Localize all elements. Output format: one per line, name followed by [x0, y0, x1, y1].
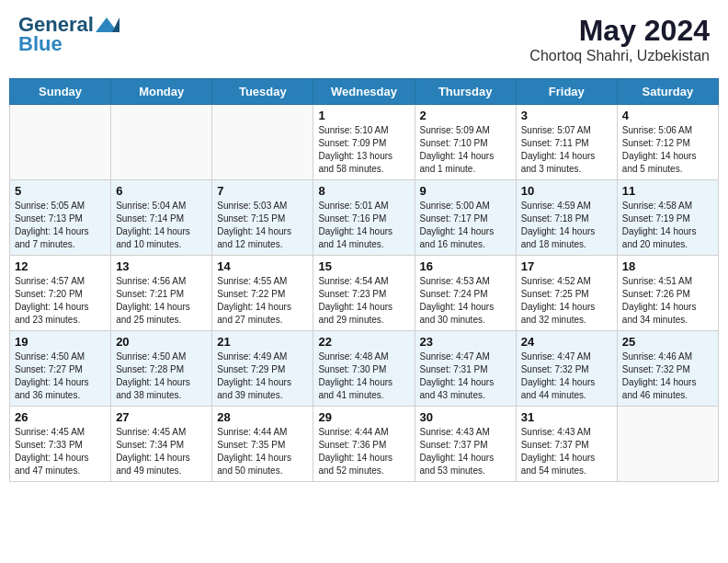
week-row-5: 26Sunrise: 4:45 AM Sunset: 7:33 PM Dayli…	[10, 407, 719, 482]
week-row-2: 5Sunrise: 5:05 AM Sunset: 7:13 PM Daylig…	[10, 180, 719, 256]
day-info: Sunrise: 4:58 AM Sunset: 7:19 PM Dayligh…	[622, 200, 713, 251]
calendar-cell: 29Sunrise: 4:44 AM Sunset: 7:36 PM Dayli…	[313, 407, 415, 482]
calendar-cell: 30Sunrise: 4:43 AM Sunset: 7:37 PM Dayli…	[415, 407, 516, 482]
weekday-header-friday: Friday	[516, 79, 617, 105]
day-info: Sunrise: 4:44 AM Sunset: 7:36 PM Dayligh…	[318, 426, 409, 477]
calendar-cell: 23Sunrise: 4:47 AM Sunset: 7:31 PM Dayli…	[415, 331, 516, 407]
day-info: Sunrise: 5:00 AM Sunset: 7:17 PM Dayligh…	[420, 200, 511, 251]
calendar-cell	[617, 407, 718, 482]
day-number: 28	[217, 410, 308, 424]
day-number: 9	[420, 184, 511, 198]
day-info: Sunrise: 4:50 AM Sunset: 7:27 PM Dayligh…	[15, 350, 106, 402]
day-info: Sunrise: 5:07 AM Sunset: 7:11 PM Dayligh…	[521, 124, 612, 176]
day-info: Sunrise: 4:43 AM Sunset: 7:37 PM Dayligh…	[420, 426, 511, 477]
calendar-cell: 9Sunrise: 5:00 AM Sunset: 7:17 PM Daylig…	[415, 180, 516, 256]
weekday-header-tuesday: Tuesday	[212, 79, 313, 105]
day-info: Sunrise: 4:59 AM Sunset: 7:18 PM Dayligh…	[521, 200, 612, 251]
page-header: General Blue May 2024 Chortoq Shahri, Uz…	[9, 9, 719, 69]
calendar-cell	[111, 105, 212, 180]
weekday-header-thursday: Thursday	[415, 79, 516, 105]
calendar-cell: 11Sunrise: 4:58 AM Sunset: 7:19 PM Dayli…	[617, 180, 718, 256]
day-number: 18	[622, 259, 713, 273]
day-number: 16	[420, 259, 511, 273]
day-number: 23	[420, 335, 511, 349]
day-info: Sunrise: 4:45 AM Sunset: 7:33 PM Dayligh…	[15, 426, 106, 477]
weekday-header-saturday: Saturday	[617, 79, 718, 105]
day-number: 11	[622, 184, 713, 198]
calendar-cell	[212, 105, 313, 180]
calendar-cell: 1Sunrise: 5:10 AM Sunset: 7:09 PM Daylig…	[313, 105, 415, 180]
calendar-cell: 25Sunrise: 4:46 AM Sunset: 7:32 PM Dayli…	[617, 331, 718, 407]
day-number: 27	[116, 410, 207, 424]
day-info: Sunrise: 4:54 AM Sunset: 7:23 PM Dayligh…	[318, 275, 409, 327]
day-info: Sunrise: 5:09 AM Sunset: 7:10 PM Dayligh…	[420, 124, 511, 176]
day-info: Sunrise: 4:52 AM Sunset: 7:25 PM Dayligh…	[521, 275, 612, 327]
calendar-cell: 12Sunrise: 4:57 AM Sunset: 7:20 PM Dayli…	[10, 256, 111, 331]
calendar-cell: 15Sunrise: 4:54 AM Sunset: 7:23 PM Dayli…	[313, 256, 415, 331]
day-info: Sunrise: 4:47 AM Sunset: 7:32 PM Dayligh…	[521, 350, 612, 402]
day-number: 21	[217, 335, 308, 349]
location-title: Chortoq Shahri, Uzbekistan	[529, 48, 710, 64]
day-number: 17	[521, 259, 612, 273]
day-info: Sunrise: 5:01 AM Sunset: 7:16 PM Dayligh…	[318, 200, 409, 251]
day-number: 8	[318, 184, 409, 198]
day-number: 22	[318, 335, 409, 349]
day-info: Sunrise: 5:06 AM Sunset: 7:12 PM Dayligh…	[622, 124, 713, 176]
day-number: 24	[521, 335, 612, 349]
calendar-cell: 24Sunrise: 4:47 AM Sunset: 7:32 PM Dayli…	[516, 331, 617, 407]
week-row-4: 19Sunrise: 4:50 AM Sunset: 7:27 PM Dayli…	[10, 331, 719, 407]
calendar-cell: 7Sunrise: 5:03 AM Sunset: 7:15 PM Daylig…	[212, 180, 313, 256]
calendar-cell: 19Sunrise: 4:50 AM Sunset: 7:27 PM Dayli…	[10, 331, 111, 407]
day-info: Sunrise: 5:05 AM Sunset: 7:13 PM Dayligh…	[15, 200, 106, 251]
calendar-cell: 31Sunrise: 4:43 AM Sunset: 7:37 PM Dayli…	[516, 407, 617, 482]
weekday-header-sunday: Sunday	[10, 79, 111, 105]
day-info: Sunrise: 4:48 AM Sunset: 7:30 PM Dayligh…	[318, 350, 409, 402]
day-number: 31	[521, 410, 612, 424]
day-number: 10	[521, 184, 612, 198]
day-info: Sunrise: 4:55 AM Sunset: 7:22 PM Dayligh…	[217, 275, 308, 327]
day-info: Sunrise: 5:10 AM Sunset: 7:09 PM Dayligh…	[318, 124, 409, 176]
calendar-table: SundayMondayTuesdayWednesdayThursdayFrid…	[9, 78, 719, 482]
calendar-cell: 13Sunrise: 4:56 AM Sunset: 7:21 PM Dayli…	[111, 256, 212, 331]
day-number: 30	[420, 410, 511, 424]
week-row-1: 1Sunrise: 5:10 AM Sunset: 7:09 PM Daylig…	[10, 105, 719, 180]
day-number: 26	[15, 410, 106, 424]
day-info: Sunrise: 4:45 AM Sunset: 7:34 PM Dayligh…	[116, 426, 207, 477]
day-info: Sunrise: 4:53 AM Sunset: 7:24 PM Dayligh…	[420, 275, 511, 327]
day-number: 5	[15, 184, 106, 198]
day-number: 20	[116, 335, 207, 349]
day-number: 14	[217, 259, 308, 273]
day-number: 25	[622, 335, 713, 349]
day-info: Sunrise: 5:03 AM Sunset: 7:15 PM Dayligh…	[217, 200, 308, 251]
calendar-cell: 8Sunrise: 5:01 AM Sunset: 7:16 PM Daylig…	[313, 180, 415, 256]
calendar-cell: 16Sunrise: 4:53 AM Sunset: 7:24 PM Dayli…	[415, 256, 516, 331]
day-info: Sunrise: 4:49 AM Sunset: 7:29 PM Dayligh…	[217, 350, 308, 402]
month-title: May 2024	[529, 14, 710, 48]
calendar-cell: 20Sunrise: 4:50 AM Sunset: 7:28 PM Dayli…	[111, 331, 212, 407]
day-info: Sunrise: 4:47 AM Sunset: 7:31 PM Dayligh…	[420, 350, 511, 402]
week-row-3: 12Sunrise: 4:57 AM Sunset: 7:20 PM Dayli…	[10, 256, 719, 331]
day-number: 3	[521, 109, 612, 122]
calendar-cell: 5Sunrise: 5:05 AM Sunset: 7:13 PM Daylig…	[10, 180, 111, 256]
day-info: Sunrise: 4:56 AM Sunset: 7:21 PM Dayligh…	[116, 275, 207, 327]
calendar-cell: 18Sunrise: 4:51 AM Sunset: 7:26 PM Dayli…	[617, 256, 718, 331]
calendar-cell: 27Sunrise: 4:45 AM Sunset: 7:34 PM Dayli…	[111, 407, 212, 482]
weekday-header-row: SundayMondayTuesdayWednesdayThursdayFrid…	[10, 79, 719, 105]
weekday-header-monday: Monday	[111, 79, 212, 105]
calendar-cell: 26Sunrise: 4:45 AM Sunset: 7:33 PM Dayli…	[10, 407, 111, 482]
title-area: May 2024 Chortoq Shahri, Uzbekistan	[529, 14, 710, 64]
calendar-cell: 3Sunrise: 5:07 AM Sunset: 7:11 PM Daylig…	[516, 105, 617, 180]
day-number: 12	[15, 259, 106, 273]
day-number: 2	[420, 109, 511, 122]
calendar-cell: 4Sunrise: 5:06 AM Sunset: 7:12 PM Daylig…	[617, 105, 718, 180]
day-number: 13	[116, 259, 207, 273]
logo: General Blue	[18, 14, 119, 56]
calendar-cell: 22Sunrise: 4:48 AM Sunset: 7:30 PM Dayli…	[313, 331, 415, 407]
calendar-cell: 14Sunrise: 4:55 AM Sunset: 7:22 PM Dayli…	[212, 256, 313, 331]
day-info: Sunrise: 4:43 AM Sunset: 7:37 PM Dayligh…	[521, 426, 612, 477]
calendar-cell: 2Sunrise: 5:09 AM Sunset: 7:10 PM Daylig…	[415, 105, 516, 180]
calendar-cell: 6Sunrise: 5:04 AM Sunset: 7:14 PM Daylig…	[111, 180, 212, 256]
day-info: Sunrise: 4:44 AM Sunset: 7:35 PM Dayligh…	[217, 426, 308, 477]
day-info: Sunrise: 5:04 AM Sunset: 7:14 PM Dayligh…	[116, 200, 207, 251]
calendar-cell: 17Sunrise: 4:52 AM Sunset: 7:25 PM Dayli…	[516, 256, 617, 331]
